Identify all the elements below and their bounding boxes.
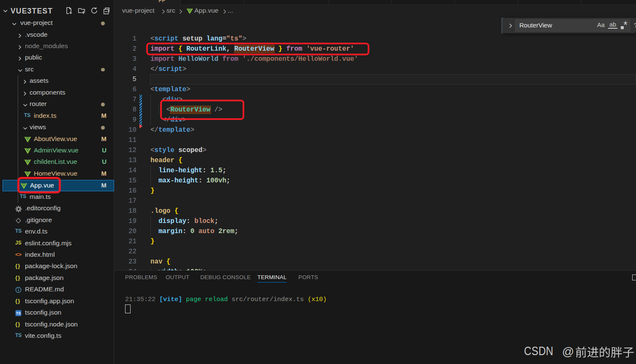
svg-text:TS: TS	[16, 311, 21, 315]
